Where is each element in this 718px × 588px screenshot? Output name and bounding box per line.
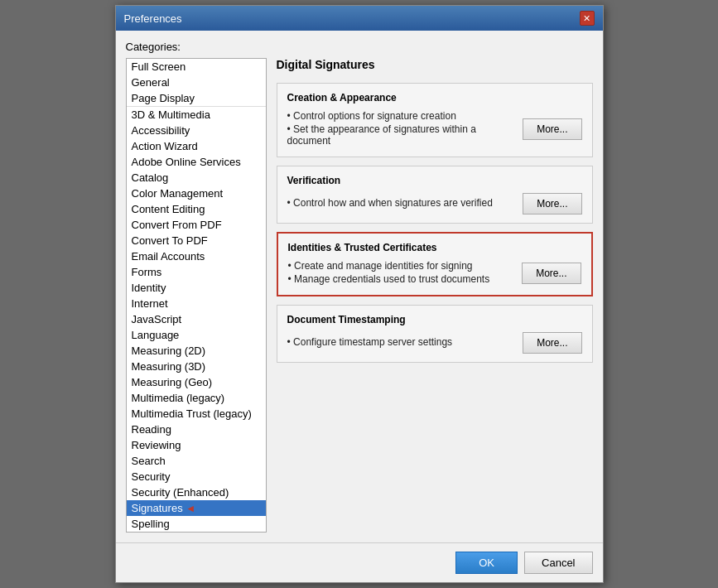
section-verification: Verification• Control how and when signa…: [277, 166, 593, 224]
list-item-color-management[interactable]: Color Management: [127, 186, 266, 201]
more-button-identities-trusted-certs[interactable]: More...: [522, 263, 581, 284]
list-item-3d-multimedia[interactable]: 3D & Multimedia: [127, 106, 266, 123]
list-item-accessibility[interactable]: Accessibility: [127, 123, 266, 138]
list-item-reading[interactable]: Reading: [127, 422, 266, 437]
list-item-measuring-3d[interactable]: Measuring (3D): [127, 359, 266, 374]
section-title-creation-appearance: Creation & Appearance: [287, 92, 582, 104]
list-item-internet[interactable]: Internet: [127, 296, 266, 311]
left-panel: Full ScreenGeneralPage Display3D & Multi…: [126, 58, 267, 533]
close-button[interactable]: ✕: [580, 11, 595, 26]
section-bullets-identities-trusted-certs: • Create and manage identities for signi…: [288, 260, 514, 287]
list-item-adobe-online-services[interactable]: Adobe Online Services: [127, 154, 266, 170]
section-bullets-document-timestamping: • Configure timestamp server settings: [287, 336, 515, 349]
list-item-security-enhanced[interactable]: Security (Enhanced): [127, 484, 266, 500]
section-content-document-timestamping: • Configure timestamp server settingsMor…: [287, 332, 582, 354]
section-creation-appearance: Creation & Appearance• Control options f…: [277, 83, 593, 157]
section-title-identities-trusted-certs: Identities & Trusted Certificates: [288, 242, 581, 253]
list-item-security[interactable]: Security: [127, 469, 266, 484]
ok-button[interactable]: OK: [455, 552, 518, 574]
categories-label: Categories:: [126, 41, 593, 53]
section-bullets-creation-appearance: • Control options for signature creation…: [287, 110, 515, 148]
dialog-title: Preferences: [124, 12, 182, 25]
list-item-convert-from-pdf[interactable]: Convert From PDF: [127, 217, 266, 233]
section-title-document-timestamping: Document Timestamping: [287, 314, 582, 325]
list-item-content-editing[interactable]: Content Editing: [127, 201, 266, 217]
list-item-signatures[interactable]: Signatures ◄: [127, 500, 266, 516]
list-item-spelling[interactable]: Spelling: [127, 516, 266, 532]
more-button-verification[interactable]: More...: [523, 193, 581, 214]
section-bullets-verification: • Control how and when signatures are ve…: [287, 197, 515, 210]
list-item-forms[interactable]: Forms: [127, 264, 266, 280]
more-button-creation-appearance[interactable]: More...: [523, 118, 581, 140]
list-item-catalog[interactable]: Catalog: [127, 170, 266, 186]
list-item-page-display[interactable]: Page Display: [127, 90, 266, 106]
right-panel: Digital Signatures Creation & Appearance…: [277, 58, 593, 533]
list-item-identity[interactable]: Identity: [127, 280, 266, 296]
dialog-body: Categories: Full ScreenGeneralPage Displ…: [116, 31, 603, 542]
list-item-multimedia-trust-legacy[interactable]: Multimedia Trust (legacy): [127, 406, 266, 422]
list-item-action-wizard[interactable]: Action Wizard: [127, 138, 266, 154]
preferences-dialog: Preferences ✕ Categories: Full ScreenGen…: [115, 5, 604, 583]
cancel-button[interactable]: Cancel: [524, 552, 592, 574]
list-item-reviewing[interactable]: Reviewing: [127, 437, 266, 453]
list-item-general[interactable]: General: [127, 75, 266, 90]
content-area: Full ScreenGeneralPage Display3D & Multi…: [126, 58, 593, 533]
list-item-convert-to-pdf[interactable]: Convert To PDF: [127, 233, 266, 248]
list-item-email-accounts[interactable]: Email Accounts: [127, 248, 266, 264]
list-item-javascript[interactable]: JavaScript: [127, 311, 266, 327]
sections-container: Creation & Appearance• Control options f…: [277, 83, 593, 371]
section-content-verification: • Control how and when signatures are ve…: [287, 193, 582, 214]
section-title-verification: Verification: [287, 175, 582, 186]
more-button-document-timestamping[interactable]: More...: [523, 332, 581, 354]
section-identities-trusted-certs: Identities & Trusted Certificates• Creat…: [277, 232, 593, 296]
list-item-measuring-2d[interactable]: Measuring (2D): [127, 343, 266, 359]
list-item-search[interactable]: Search: [127, 453, 266, 469]
section-content-identities-trusted-certs: • Create and manage identities for signi…: [288, 260, 581, 287]
list-item-language[interactable]: Language: [127, 327, 266, 343]
section-title: Digital Signatures: [277, 58, 593, 75]
section-document-timestamping: Document Timestamping• Configure timesta…: [277, 305, 593, 363]
list-item-multimedia-legacy[interactable]: Multimedia (legacy): [127, 390, 266, 406]
categories-listbox[interactable]: Full ScreenGeneralPage Display3D & Multi…: [126, 58, 267, 533]
list-item-full-screen[interactable]: Full Screen: [127, 59, 266, 75]
dialog-footer: OK Cancel: [116, 542, 603, 582]
title-bar: Preferences ✕: [116, 6, 603, 31]
section-content-creation-appearance: • Control options for signature creation…: [287, 110, 582, 148]
list-item-measuring-geo[interactable]: Measuring (Geo): [127, 374, 266, 390]
